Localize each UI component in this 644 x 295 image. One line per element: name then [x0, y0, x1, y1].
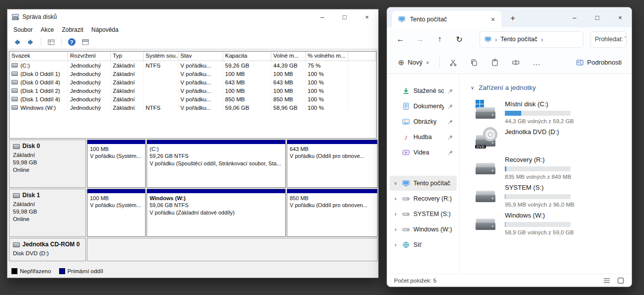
- table-row[interactable]: (Disk 0 Oddíl 4) Jednoduchý Základní V p…: [9, 78, 376, 86]
- chevron-right-icon[interactable]: ›: [393, 226, 399, 233]
- sidebar-item-this-pc[interactable]: ∨ Tento počítač: [390, 176, 457, 191]
- back-button[interactable]: ←: [392, 31, 408, 48]
- table-row[interactable]: (C:) Jednoduchý Základní NTFS V pořádku.…: [9, 61, 376, 70]
- primary-partition-strip: [287, 140, 377, 144]
- sidebar-item-documents[interactable]: Dokumenty: [390, 99, 457, 114]
- primary-partition-strip: [147, 140, 285, 144]
- hdd-icon: [476, 167, 495, 174]
- drive-item-c[interactable]: Místní disk (C:) 44,3 GB volných z 59,2 …: [471, 98, 632, 126]
- computer-icon: [398, 15, 406, 23]
- chevron-down-icon[interactable]: ∨: [393, 181, 399, 186]
- new-tab-button[interactable]: +: [505, 11, 520, 26]
- sidebar-item-system-drive[interactable]: › SYSTEM (S:): [390, 207, 457, 221]
- dm-menu-napoveda[interactable]: Nápověda: [87, 26, 123, 33]
- dm-titlebar[interactable]: Správa disků – □ ×: [7, 9, 378, 24]
- drive-icon: [402, 195, 410, 203]
- explorer-maximize-button[interactable]: □: [586, 7, 609, 27]
- drive-item-recovery[interactable]: Recovery (R:) 835 MB volných z 849 MB: [471, 154, 632, 182]
- unallocated-color-swatch: [11, 268, 17, 274]
- section-devices-and-drives[interactable]: ∨ Zařízení a jednotky: [471, 84, 632, 91]
- table-row[interactable]: (Disk 1 Oddíl 4) Jednoduchý Základní V p…: [9, 95, 376, 103]
- tab-tento-pocitac[interactable]: Tento počítač ×: [392, 11, 501, 27]
- sidebar-item-recovery-drive[interactable]: › Recovery (R:): [390, 191, 457, 206]
- disk-0-header[interactable]: Disk 0 Základní 59,98 GB Online: [9, 140, 86, 188]
- column-header-kapacita[interactable]: Kapacita: [223, 52, 271, 61]
- column-header-svazek[interactable]: Svazek: [9, 52, 68, 61]
- paste-icon[interactable]: [486, 54, 503, 71]
- partition-block[interactable]: 100 MBV pořádku (Systém...: [87, 140, 146, 188]
- partition-block[interactable]: 850 MBV pořádku (Oddíl pro obnoven...: [287, 189, 378, 237]
- dm-minimize-button[interactable]: –: [311, 9, 333, 24]
- partition-block[interactable]: Windows (W:)59,06 GB NTFSV pořádku (Zákl…: [147, 189, 286, 237]
- cdrom-header[interactable]: Jednotka CD-ROM 0 Disk DVD (D:): [9, 238, 86, 261]
- command-divider: [439, 57, 440, 68]
- sidebar-item-windows-drive[interactable]: › Windows (W:): [390, 222, 457, 237]
- help-icon[interactable]: ?: [66, 37, 77, 47]
- legend-bar: Nepřiřazeno Primární oddíl: [9, 267, 377, 275]
- partition-block[interactable]: (C:)59,26 GB NTFSV pořádku (Spouštěcí od…: [147, 140, 286, 188]
- dm-menu-soubor[interactable]: Soubor: [9, 26, 37, 33]
- minimize-icon: –: [321, 13, 324, 21]
- sidebar-item-downloads[interactable]: Stažené soub...: [390, 83, 457, 98]
- capacity-bar: [505, 166, 570, 171]
- explorer-close-button[interactable]: ×: [609, 7, 632, 27]
- maximize-icon: □: [595, 14, 599, 21]
- column-header-stav[interactable]: Stav: [178, 52, 223, 61]
- chevron-right-icon[interactable]: ›: [393, 241, 399, 248]
- chevron-right-icon[interactable]: ›: [393, 211, 399, 218]
- forward-button[interactable]: →: [411, 31, 428, 48]
- details-pane-button[interactable]: Podrobnosti: [572, 56, 626, 70]
- address-bar[interactable]: › Tento počítač ›: [480, 31, 583, 48]
- cut-icon[interactable]: [445, 54, 462, 71]
- drive-item-system[interactable]: SYSTEM (S:) 95,9 MB volných z 96,0 MB: [471, 182, 632, 210]
- cdrom-icon: [13, 242, 20, 247]
- volume-icon: [11, 80, 18, 84]
- more-options-icon[interactable]: …: [528, 54, 545, 71]
- list-view-icon[interactable]: [603, 277, 611, 285]
- dm-menu-zobrazit[interactable]: Zobrazit: [58, 26, 87, 33]
- search-input[interactable]: [595, 36, 627, 43]
- sidebar-item-pictures[interactable]: Obrázky: [390, 114, 457, 129]
- refresh-button[interactable]: ↻: [451, 31, 467, 48]
- sidebar-item-network[interactable]: › Síť: [390, 237, 457, 252]
- chevron-right-icon[interactable]: ›: [393, 195, 399, 202]
- disk-1-header[interactable]: Disk 1 Základní 59,98 GB Online: [9, 189, 86, 237]
- sidebar-item-music[interactable]: ♪ Hudba: [390, 130, 457, 145]
- column-header-system-souboru[interactable]: Systém sou...: [144, 52, 178, 61]
- cdrom-media-area[interactable]: [87, 238, 378, 261]
- table-row[interactable]: Windows (W:) Jednoduchý Základní NTFS V …: [9, 103, 376, 112]
- column-header-rozvrzeni[interactable]: Rozvržení: [68, 52, 111, 61]
- dm-close-button[interactable]: ×: [356, 9, 378, 24]
- table-row[interactable]: (Disk 0 Oddíl 1) Jednoduchý Základní V p…: [9, 70, 376, 78]
- drive-icon: [402, 210, 410, 218]
- drive-item-windows[interactable]: Windows (W:) 58,9 GB volných z 59,0 GB: [471, 210, 632, 237]
- column-header-volne-misto[interactable]: Volné m...: [271, 52, 306, 61]
- copy-icon[interactable]: [466, 54, 483, 71]
- partition-block[interactable]: 100 MBV pořádku (Systém...: [87, 189, 146, 237]
- table-row[interactable]: (Disk 1 Oddíl 2) Jednoduchý Základní V p…: [9, 86, 376, 95]
- tab-close-icon[interactable]: ×: [487, 14, 498, 25]
- dm-maximize-button[interactable]: □: [333, 9, 356, 24]
- explorer-window-controls: – □ ×: [563, 7, 632, 27]
- sidebar-item-videos[interactable]: Videa: [390, 145, 457, 160]
- volume-icon: [11, 63, 18, 68]
- list-view-icon[interactable]: [46, 37, 57, 47]
- up-button[interactable]: ↑: [431, 31, 448, 48]
- rename-icon[interactable]: [507, 54, 524, 71]
- breadcrumb-root[interactable]: Tento počítač: [500, 36, 537, 43]
- partition-block[interactable]: 643 MBV pořádku (Oddíl pro obnove...: [287, 140, 378, 188]
- graph-view-icon[interactable]: [80, 37, 91, 47]
- chevron-down-icon: ∨: [471, 85, 474, 90]
- dm-menu-akce[interactable]: Akce: [37, 26, 58, 33]
- column-header-typ[interactable]: Typ: [111, 52, 144, 61]
- back-arrow-icon[interactable]: [11, 37, 22, 47]
- forward-arrow-icon[interactable]: [25, 37, 36, 47]
- column-header-procento[interactable]: % volného m...: [306, 52, 348, 61]
- dm-menubar: Soubor Akce Zobrazit Nápověda: [7, 24, 378, 35]
- large-icons-view-icon[interactable]: [617, 277, 625, 285]
- search-box[interactable]: [590, 31, 627, 48]
- explorer-minimize-button[interactable]: –: [563, 7, 586, 27]
- drive-item-dvd[interactable]: DVD Jednotka DVD (D:): [471, 126, 632, 154]
- free-space-label: 95,9 MB volných z 96,0 MB: [505, 202, 574, 208]
- new-button[interactable]: ⊕ Nový ∨: [393, 55, 434, 70]
